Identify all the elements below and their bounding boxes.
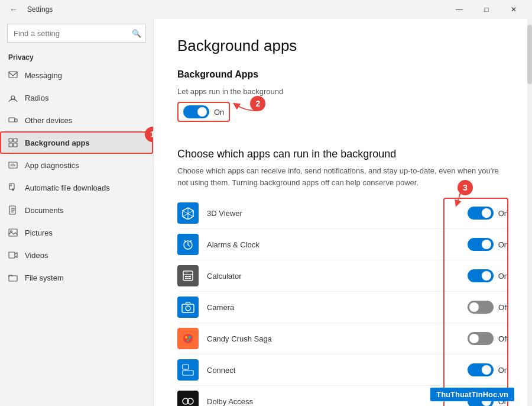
app-list: 3 3D Viewer On [177,198,508,406]
camera-name: Camera [207,303,468,312]
sidebar-item-messaging[interactable]: Messaging [0,64,153,86]
app-row-candy-crush: Candy Crush Saga Off [177,323,508,355]
svg-rect-4 [9,138,12,142]
app-diagnostics-icon [8,160,18,170]
videos-icon [8,250,18,260]
messaging-label: Messaging [25,71,62,80]
dolby-icon [177,391,199,406]
background-apps-icon [8,138,18,147]
sidebar-item-radios[interactable]: Radios [0,86,153,109]
calculator-toggle-switch[interactable] [468,269,494,282]
svg-rect-40 [182,304,194,312]
sidebar-item-file-system[interactable]: File system [0,266,153,289]
sidebar-item-other-devices[interactable]: Other devices [0,109,153,131]
radios-icon [8,93,18,102]
section-title: Background Apps [177,69,508,80]
3d-viewer-icon [177,202,199,224]
sidebar-item-pictures[interactable]: Pictures [0,221,153,244]
sidebar-item-app-diagnostics[interactable]: App diagnostics [0,154,153,176]
candy-crush-toggle: Off [468,332,508,345]
svg-rect-20 [9,252,15,258]
app-row-connect: Connect On [177,355,508,386]
alarms-toggle-switch[interactable] [468,238,494,251]
svg-rect-39 [189,278,191,279]
search-container: 🔍 [7,24,146,43]
svg-line-29 [184,240,186,242]
3d-viewer-toggle-label: On [498,209,508,218]
calculator-toggle-label: On [498,272,508,281]
app-row-alarms: Alarms & Clock On [177,229,508,260]
svg-rect-21 [9,276,17,281]
title-bar-left: ← Settings [5,1,53,18]
connect-toggle: On [468,363,508,376]
file-system-label: File system [25,273,64,282]
sidebar-item-background-apps[interactable]: Background apps [0,131,153,154]
alarms-icon [177,234,199,255]
svg-rect-5 [14,138,17,142]
title-bar: ← Settings — □ ✕ [0,0,532,19]
candy-crush-toggle-switch[interactable] [468,332,494,345]
file-system-icon [8,273,18,282]
other-devices-label: Other devices [25,116,72,125]
3d-viewer-toggle-switch[interactable] [468,207,494,220]
calculator-icon: ÷× [177,265,199,286]
search-icon: 🔍 [132,29,141,38]
main-toggle-container: On 2 [177,102,230,122]
svg-rect-34 [185,276,187,277]
connect-toggle-label: On [498,366,508,375]
background-apps-row-container: Background apps 1 [0,131,153,154]
close-button[interactable]: ✕ [500,0,527,19]
svg-rect-2 [9,118,15,122]
sidebar-item-automatic-file-downloads[interactable]: Automatic file downloads [0,176,153,199]
subsection-title: Choose which apps can run in the backgro… [177,148,508,160]
camera-toggle-switch[interactable] [468,301,494,314]
candy-crush-name: Candy Crush Saga [207,334,468,343]
content-area: Background apps Background Apps Let apps… [154,19,532,406]
svg-line-30 [190,240,192,242]
page-title: Background apps [177,37,508,55]
other-devices-icon [8,115,18,125]
main-container: 🔍 Privacy Messaging Radios Other devices [0,19,532,406]
sidebar-item-videos[interactable]: Videos [0,244,153,266]
watermark: ThuThuatTinHoc.vn [430,388,514,401]
camera-toggle-label: Off [498,303,508,312]
alarms-toggle-label: On [498,240,508,249]
scrollbar-thumb[interactable] [527,25,532,84]
background-apps-label: Background apps [25,138,90,147]
svg-line-28 [188,245,190,246]
alarms-name: Alarms & Clock [207,240,468,249]
camera-toggle: Off [468,301,508,314]
svg-rect-0 [9,72,17,78]
connect-icon [177,359,199,381]
automatic-file-downloads-icon [8,183,18,192]
arrow-2 [233,99,262,117]
svg-rect-12 [9,183,14,189]
svg-point-41 [186,306,190,311]
svg-point-45 [187,339,189,341]
documents-icon [8,205,18,215]
calculator-name: Calculator [207,272,468,281]
connect-name: Connect [207,366,468,375]
svg-rect-6 [9,143,12,147]
svg-point-43 [185,336,187,339]
maximize-button[interactable]: □ [473,0,500,19]
svg-point-44 [189,336,191,339]
connect-toggle-switch[interactable] [468,363,494,376]
pictures-label: Pictures [25,228,53,237]
videos-label: Videos [25,251,48,260]
search-input[interactable] [7,24,146,43]
radios-label: Radios [25,94,48,102]
scrollbar[interactable] [527,19,532,406]
sidebar-item-documents[interactable]: Documents [0,199,153,221]
svg-rect-37 [187,278,189,279]
candy-crush-icon [177,328,199,349]
main-toggle-row: On [177,102,230,122]
svg-rect-46 [183,365,189,369]
main-toggle-label: On [214,108,224,117]
automatic-file-downloads-label: Automatic file downloads [25,183,110,192]
back-button[interactable]: ← [5,1,22,18]
arrow-3 [436,183,472,207]
svg-rect-36 [187,276,189,277]
main-toggle-switch[interactable] [183,105,209,118]
minimize-button[interactable]: — [446,0,473,19]
